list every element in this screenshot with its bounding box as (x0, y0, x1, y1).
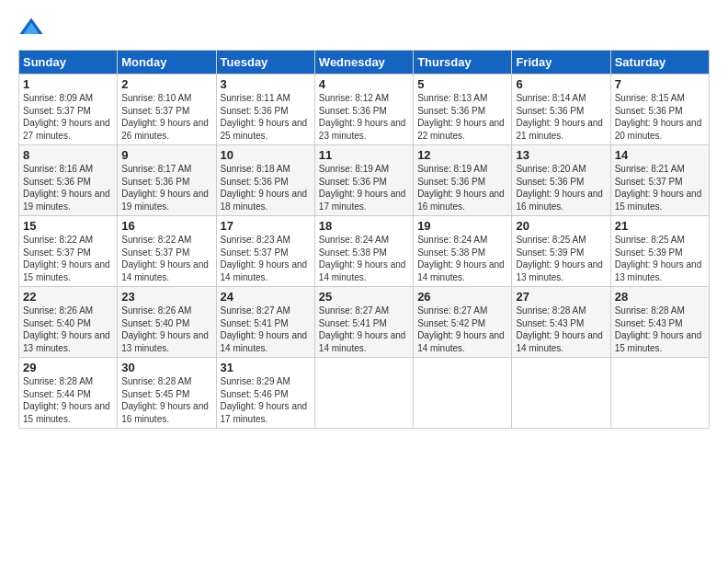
week-row-1: 1Sunrise: 8:09 AMSunset: 5:37 PMDaylight… (19, 75, 710, 145)
calendar-cell: 21Sunrise: 8:25 AMSunset: 5:39 PMDayligh… (610, 216, 709, 287)
page-container: SundayMondayTuesdayWednesdayThursdayFrid… (0, 0, 728, 438)
day-info: Sunrise: 8:24 AMSunset: 5:38 PMDaylight:… (319, 234, 409, 283)
header (18, 15, 710, 40)
day-number: 19 (417, 219, 507, 233)
logo (18, 15, 48, 40)
day-number: 25 (319, 290, 409, 304)
day-number: 18 (319, 219, 409, 233)
calendar-cell: 6Sunrise: 8:14 AMSunset: 5:36 PMDaylight… (512, 75, 610, 145)
day-info: Sunrise: 8:22 AMSunset: 5:37 PMDaylight:… (23, 234, 113, 283)
day-info: Sunrise: 8:13 AMSunset: 5:36 PMDaylight:… (417, 92, 507, 142)
day-number: 28 (615, 290, 705, 304)
day-info: Sunrise: 8:12 AMSunset: 5:36 PMDaylight:… (319, 92, 409, 142)
day-number: 8 (23, 148, 113, 162)
header-day-monday: Monday (118, 51, 216, 75)
header-day-thursday: Thursday (414, 51, 512, 75)
calendar-cell: 24Sunrise: 8:27 AMSunset: 5:41 PMDayligh… (216, 287, 314, 358)
day-number: 29 (23, 361, 113, 374)
calendar-cell: 13Sunrise: 8:20 AMSunset: 5:36 PMDayligh… (512, 145, 610, 216)
day-number: 12 (417, 148, 507, 162)
calendar-cell: 15Sunrise: 8:22 AMSunset: 5:37 PMDayligh… (19, 216, 118, 287)
day-number: 1 (23, 77, 113, 91)
calendar-cell: 26Sunrise: 8:27 AMSunset: 5:42 PMDayligh… (414, 287, 512, 358)
week-row-3: 15Sunrise: 8:22 AMSunset: 5:37 PMDayligh… (19, 216, 710, 287)
calendar-cell: 10Sunrise: 8:18 AMSunset: 5:36 PMDayligh… (216, 145, 314, 216)
calendar-cell: 16Sunrise: 8:22 AMSunset: 5:37 PMDayligh… (118, 216, 216, 287)
calendar-cell: 27Sunrise: 8:28 AMSunset: 5:43 PMDayligh… (512, 287, 610, 358)
calendar-cell: 23Sunrise: 8:26 AMSunset: 5:40 PMDayligh… (118, 287, 216, 358)
day-number: 21 (615, 219, 705, 233)
calendar-cell: 28Sunrise: 8:28 AMSunset: 5:43 PMDayligh… (610, 287, 709, 358)
day-info: Sunrise: 8:27 AMSunset: 5:42 PMDaylight:… (417, 304, 507, 354)
calendar-cell (610, 358, 709, 429)
day-number: 22 (23, 290, 113, 304)
calendar-cell: 11Sunrise: 8:19 AMSunset: 5:36 PMDayligh… (314, 145, 413, 216)
day-info: Sunrise: 8:25 AMSunset: 5:39 PMDaylight:… (615, 234, 705, 283)
calendar-cell: 30Sunrise: 8:28 AMSunset: 5:45 PMDayligh… (118, 358, 216, 429)
day-info: Sunrise: 8:28 AMSunset: 5:43 PMDaylight:… (516, 304, 606, 354)
day-info: Sunrise: 8:27 AMSunset: 5:41 PMDaylight:… (221, 304, 311, 354)
calendar-header: SundayMondayTuesdayWednesdayThursdayFrid… (19, 51, 710, 75)
day-number: 26 (417, 290, 507, 304)
header-day-sunday: Sunday (19, 51, 118, 75)
day-info: Sunrise: 8:28 AMSunset: 5:43 PMDaylight:… (615, 304, 705, 354)
day-info: Sunrise: 8:19 AMSunset: 5:36 PMDaylight:… (417, 163, 507, 213)
calendar-cell: 25Sunrise: 8:27 AMSunset: 5:41 PMDayligh… (314, 287, 413, 358)
calendar-cell: 22Sunrise: 8:26 AMSunset: 5:40 PMDayligh… (19, 287, 118, 358)
day-info: Sunrise: 8:22 AMSunset: 5:37 PMDaylight:… (121, 234, 211, 283)
day-info: Sunrise: 8:23 AMSunset: 5:37 PMDaylight:… (221, 234, 311, 283)
day-number: 17 (221, 219, 311, 233)
day-number: 16 (121, 219, 211, 233)
day-info: Sunrise: 8:27 AMSunset: 5:41 PMDaylight:… (319, 304, 409, 354)
calendar-cell (512, 358, 610, 429)
calendar-cell: 31Sunrise: 8:29 AMSunset: 5:46 PMDayligh… (216, 358, 314, 429)
day-number: 3 (221, 77, 311, 91)
day-info: Sunrise: 8:26 AMSunset: 5:40 PMDaylight:… (23, 304, 113, 354)
calendar-cell: 19Sunrise: 8:24 AMSunset: 5:38 PMDayligh… (414, 216, 512, 287)
day-number: 11 (319, 148, 409, 162)
day-number: 24 (221, 290, 311, 304)
day-number: 13 (516, 148, 606, 162)
day-info: Sunrise: 8:17 AMSunset: 5:36 PMDaylight:… (121, 163, 211, 213)
day-number: 20 (516, 219, 606, 233)
calendar-cell: 2Sunrise: 8:10 AMSunset: 5:37 PMDaylight… (118, 75, 216, 145)
header-day-saturday: Saturday (610, 51, 709, 75)
week-row-4: 22Sunrise: 8:26 AMSunset: 5:40 PMDayligh… (19, 287, 710, 358)
day-info: Sunrise: 8:11 AMSunset: 5:36 PMDaylight:… (221, 92, 311, 142)
calendar-cell: 7Sunrise: 8:15 AMSunset: 5:36 PMDaylight… (610, 75, 709, 145)
calendar-body: 1Sunrise: 8:09 AMSunset: 5:37 PMDaylight… (19, 75, 710, 429)
day-number: 27 (516, 290, 606, 304)
day-info: Sunrise: 8:19 AMSunset: 5:36 PMDaylight:… (319, 163, 409, 213)
day-number: 4 (319, 77, 409, 91)
calendar-cell: 17Sunrise: 8:23 AMSunset: 5:37 PMDayligh… (216, 216, 314, 287)
calendar-cell: 3Sunrise: 8:11 AMSunset: 5:36 PMDaylight… (216, 75, 314, 145)
calendar-cell: 20Sunrise: 8:25 AMSunset: 5:39 PMDayligh… (512, 216, 610, 287)
calendar-cell: 9Sunrise: 8:17 AMSunset: 5:36 PMDaylight… (118, 145, 216, 216)
day-info: Sunrise: 8:18 AMSunset: 5:36 PMDaylight:… (221, 163, 311, 213)
day-info: Sunrise: 8:16 AMSunset: 5:36 PMDaylight:… (23, 163, 113, 213)
calendar-cell: 8Sunrise: 8:16 AMSunset: 5:36 PMDaylight… (19, 145, 118, 216)
day-number: 31 (221, 361, 311, 374)
day-number: 5 (417, 77, 507, 91)
header-day-tuesday: Tuesday (216, 51, 314, 75)
week-row-2: 8Sunrise: 8:16 AMSunset: 5:36 PMDaylight… (19, 145, 710, 216)
day-info: Sunrise: 8:10 AMSunset: 5:37 PMDaylight:… (121, 92, 211, 142)
day-number: 30 (121, 361, 211, 374)
day-number: 9 (121, 148, 211, 162)
calendar-cell: 14Sunrise: 8:21 AMSunset: 5:37 PMDayligh… (610, 145, 709, 216)
day-info: Sunrise: 8:21 AMSunset: 5:37 PMDaylight:… (615, 163, 705, 213)
calendar-cell: 29Sunrise: 8:28 AMSunset: 5:44 PMDayligh… (19, 358, 118, 429)
day-info: Sunrise: 8:14 AMSunset: 5:36 PMDaylight:… (516, 92, 606, 142)
day-number: 15 (23, 219, 113, 233)
header-day-friday: Friday (512, 51, 610, 75)
week-row-5: 29Sunrise: 8:28 AMSunset: 5:44 PMDayligh… (19, 358, 710, 429)
header-day-wednesday: Wednesday (314, 51, 413, 75)
header-row: SundayMondayTuesdayWednesdayThursdayFrid… (19, 51, 710, 75)
day-number: 14 (615, 148, 705, 162)
calendar-cell: 5Sunrise: 8:13 AMSunset: 5:36 PMDaylight… (414, 75, 512, 145)
day-number: 10 (221, 148, 311, 162)
day-info: Sunrise: 8:28 AMSunset: 5:45 PMDaylight:… (121, 375, 211, 425)
calendar-cell: 4Sunrise: 8:12 AMSunset: 5:36 PMDaylight… (314, 75, 413, 145)
day-info: Sunrise: 8:28 AMSunset: 5:44 PMDaylight:… (23, 375, 113, 425)
day-info: Sunrise: 8:26 AMSunset: 5:40 PMDaylight:… (121, 304, 211, 354)
